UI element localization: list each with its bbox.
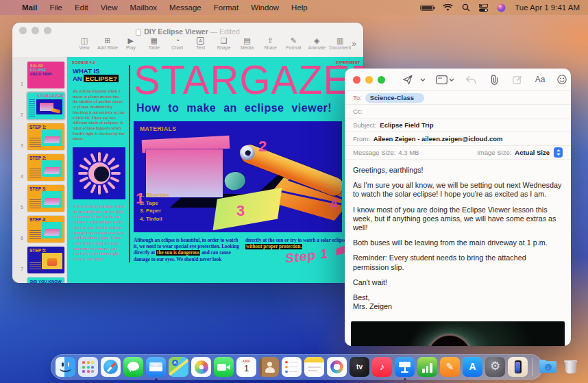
control-center-icon[interactable] [479,4,488,12]
share-icon: ⇧ [267,36,273,45]
dock: AAPR1tv♪✎A⚙↓ [51,354,543,380]
toolbar-chart-button[interactable]: ◔Chart [166,36,189,50]
dock-numbers-icon[interactable] [417,357,437,377]
from-field[interactable]: From: Aileen Zeigen - aileen.zeigen@iclo… [345,132,571,146]
toolbar-table-button[interactable]: ▦Table [143,36,166,50]
toolbar-shape-button[interactable]: ❑Shape [212,36,236,50]
toolbar-view-button[interactable]: ◫View [73,36,96,50]
send-button[interactable] [399,72,417,87]
menu-mailbox[interactable]: Mailbox [130,3,157,12]
subject-value: Eclipse Field Trip [380,121,433,129]
slide-thumbnail-1[interactable]: SOLARECLIPSEFIELD TRIP! [27,62,64,88]
toolbar-animate-button[interactable]: ◈Animate [305,36,328,50]
siri-icon[interactable] [497,3,506,12]
dock-maps-icon[interactable]: A [169,357,188,377]
keynote-window: DIY Eclipse Viewer — Edited ◫View⊞Add Sl… [12,23,363,283]
dock-calendar-icon[interactable]: APR1 [236,357,256,377]
slide-thumbnail-4[interactable]: STEP 2: [27,154,64,181]
slide-thumbnail-row-1: 1SOLARECLIPSEFIELD TRIP! [12,60,66,90]
to-field[interactable]: To: Science-Class [345,91,571,105]
menu-bar: MailFileEditViewMailboxMessageFormatWind… [0,0,588,15]
dock-mail-icon[interactable] [146,357,166,377]
eclipse-photo-attachment[interactable] [351,321,565,346]
slide-thumbnail-2[interactable]: STARGAZER [27,92,64,119]
close-button[interactable] [353,76,360,84]
shape-icon: ❑ [221,36,228,45]
play-icon: ▶ [128,36,134,45]
slide-thumbnail-row-6: 6STEP 4: [12,214,66,245]
add-slide-icon: ⊞ [104,36,110,45]
battery-icon[interactable] [420,5,434,11]
dock-safari-icon[interactable] [101,357,121,377]
dock-appstore-icon[interactable]: A [463,357,482,377]
slide-subtitle: How to make an eclipse viewer! [136,102,332,114]
toolbar-play-button[interactable]: ▶Play [119,36,143,50]
shoebox [146,149,223,197]
image-size-value: Actual Size [515,149,550,156]
cc-field[interactable]: Cc: [345,105,571,119]
menu-message[interactable]: Message [169,3,201,12]
menu-edit[interactable]: Edit [75,3,88,12]
toolbar-media-button[interactable]: ▤Media [236,36,259,50]
toolbar-text-button[interactable]: AText [189,36,212,50]
dock-photos-icon[interactable] [191,357,211,377]
zoom-button[interactable] [378,76,385,84]
toolbar-format-button[interactable]: ✎Format [282,36,305,50]
slide-number: 3 [15,143,23,148]
dock-keynote-icon[interactable] [395,357,415,377]
format-text-button[interactable]: Aa [529,72,551,87]
dock-iphone-icon[interactable] [508,357,528,377]
dock-tv-icon[interactable]: tv [350,357,369,377]
toolbar-add-slide-button[interactable]: ⊞Add Slide [96,36,119,50]
slide-thumbnail-row-5: 5STEP 3: [12,183,66,214]
menu-window[interactable]: Window [251,3,279,12]
dock-notes-icon[interactable] [304,357,324,377]
minimize-button[interactable] [365,76,373,84]
menu-view[interactable]: View [101,3,118,12]
toolbar-share-button[interactable]: ⇧Share [259,36,282,50]
spotlight-search-icon[interactable] [462,3,470,12]
slide-canvas[interactable]: SCIENCE 4.2 EXPERIMENT #11 WHAT IS AN EC… [67,57,363,283]
image-size-select[interactable] [554,147,563,158]
slide-thumbnail-7[interactable]: STEP 5: [27,247,64,273]
slide-thumbnail-5[interactable]: STEP 3: [27,185,64,212]
dock-freeform-icon[interactable] [327,357,347,377]
slide-thumbnail-6[interactable]: STEP 4: [27,216,64,243]
toolbar-document-button[interactable]: ▥Document [328,36,352,50]
menu-help[interactable]: Help [291,3,308,12]
menu-format[interactable]: Format [214,3,238,12]
dock-finder-icon[interactable] [56,357,75,377]
slide-solar-paragraph: A solar eclipse happens when the moon bl… [73,203,125,262]
dock-divider [532,358,533,376]
reply-button[interactable] [459,72,482,87]
menu-bar-clock[interactable]: Tue Apr 1 9:41 AM [515,3,580,12]
message-body[interactable]: Greetings, earthlings! As I'm sure you a… [345,160,571,320]
dock-settings-icon[interactable]: ⚙ [485,357,505,377]
slide-number: 2 [15,112,23,117]
slide-thumbnail-8[interactable]: DID YOU KNOW [27,277,64,283]
more-toolbar-items-chevron[interactable]: » [352,36,356,49]
desktop-wallpaper: MailFileEditViewMailboxMessageFormatWind… [0,0,588,383]
material-number-3: 3 [236,202,245,220]
subject-field[interactable]: Subject: Eclipse Field Trip [345,119,571,132]
dock-contacts-icon[interactable] [259,357,279,377]
dock-downloads-icon[interactable]: ↓ [538,357,558,377]
dock-launchpad-icon[interactable] [78,357,98,377]
dock-reminders-icon[interactable] [282,357,302,377]
send-options-chevron-icon[interactable] [417,72,429,87]
dock-messages-icon[interactable] [123,357,143,377]
recipient-token[interactable]: Science-Class [365,93,424,103]
slide-thumbnail-3[interactable]: STEP 1: [27,123,64,150]
document-proxy-icon [136,29,141,36]
dock-pages-icon[interactable]: ✎ [440,357,460,377]
compose-format-icon[interactable] [506,72,529,87]
dock-music-icon[interactable]: ♪ [372,357,392,377]
emoji-button[interactable] [551,72,571,87]
menu-file[interactable]: File [49,3,62,12]
dock-facetime-icon[interactable] [214,357,234,377]
attach-paperclip-icon[interactable] [482,72,506,87]
header-fields-button[interactable] [434,72,455,87]
menu-mail[interactable]: Mail [22,3,37,12]
wifi-icon[interactable] [443,4,453,12]
dock-trash-icon[interactable] [561,357,580,377]
